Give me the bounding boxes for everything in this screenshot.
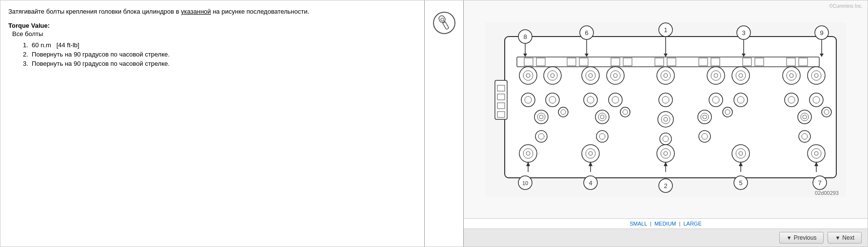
diagram-container: 8 6 1 3 9	[467, 3, 865, 215]
svg-point-104	[785, 93, 798, 107]
intro-text: Затягивайте болты крепления головки блок…	[8, 7, 416, 16]
svg-point-115	[596, 131, 608, 142]
svg-text:1: 1	[664, 26, 667, 34]
previous-button[interactable]: ▼ Previous	[779, 232, 824, 244]
svg-point-108	[798, 110, 811, 124]
svg-point-79	[558, 107, 568, 117]
svg-point-99	[698, 110, 711, 124]
svg-point-45	[519, 67, 537, 84]
svg-text:6: 6	[585, 29, 588, 37]
image-area: ©Cummins Inc. 8 6	[464, 0, 868, 218]
nav-bar: ▼ Previous ▼ Next	[464, 228, 868, 247]
svg-text:9: 9	[820, 29, 823, 37]
next-button[interactable]: ▼ Next	[828, 232, 862, 244]
svg-point-63	[732, 67, 750, 84]
svg-point-48	[544, 67, 561, 84]
svg-point-69	[808, 67, 825, 84]
svg-point-95	[709, 93, 723, 107]
svg-text:7: 7	[818, 179, 821, 187]
copyright-text: ©Cummins Inc.	[829, 3, 863, 9]
svg-point-51	[582, 67, 599, 84]
text-panel: Затягивайте болты крепления головки блок…	[0, 0, 425, 247]
tool-icon	[433, 11, 456, 35]
svg-point-123	[519, 145, 537, 162]
svg-text:3: 3	[742, 29, 745, 37]
torque-label: Torque Value:	[8, 22, 416, 29]
next-label: Next	[842, 234, 854, 241]
svg-point-132	[732, 145, 750, 162]
size-medium-link[interactable]: MEDIUM	[654, 221, 676, 227]
svg-point-57	[657, 67, 674, 84]
svg-point-2	[440, 18, 444, 21]
svg-point-81	[584, 93, 597, 107]
svg-point-66	[783, 67, 800, 84]
svg-text:4: 4	[589, 179, 592, 187]
svg-point-121	[799, 131, 810, 142]
image-panel: ©Cummins Inc. 8 6	[464, 0, 868, 247]
sep1: |	[650, 221, 651, 227]
svg-point-113	[535, 131, 547, 142]
svg-point-88	[620, 107, 630, 117]
main-container: Затягивайте болты крепления головки блок…	[0, 0, 868, 247]
previous-label: Previous	[794, 234, 817, 241]
step-2: 2. Повернуть на 90 градусов по часовой с…	[23, 51, 416, 58]
size-small-link[interactable]: SMALL	[630, 221, 647, 227]
svg-point-97	[734, 93, 748, 107]
svg-point-92	[658, 112, 673, 127]
step-1: 1. 60 n.m [44 ft-lb]	[23, 41, 416, 49]
bolts-label: Все болты	[8, 30, 416, 38]
svg-text:8: 8	[523, 33, 527, 40]
previous-icon: ▼	[787, 235, 792, 241]
icon-panel	[425, 0, 464, 247]
svg-point-102	[723, 107, 732, 117]
svg-text:2: 2	[664, 182, 667, 190]
step-3: 3. Повернуть на 90 градусов по часовой с…	[23, 60, 416, 67]
size-large-link[interactable]: LARGE	[683, 221, 701, 227]
svg-point-129	[657, 145, 674, 162]
highlighted-word: указанной	[181, 8, 211, 15]
svg-point-135	[808, 145, 825, 162]
size-links-bar: SMALL | MEDIUM | LARGE	[464, 218, 868, 228]
svg-point-0	[434, 12, 455, 34]
engine-diagram: 8 6 1 3 9	[485, 22, 846, 197]
svg-point-60	[707, 67, 725, 84]
svg-point-90	[659, 93, 672, 107]
svg-point-85	[595, 110, 609, 124]
svg-point-126	[582, 145, 599, 162]
svg-point-117	[660, 133, 671, 145]
svg-point-54	[607, 67, 624, 84]
svg-point-83	[609, 93, 622, 107]
svg-point-106	[809, 93, 823, 107]
svg-point-72	[521, 93, 535, 107]
svg-text:5: 5	[739, 179, 742, 187]
svg-point-111	[822, 107, 831, 117]
svg-point-76	[534, 110, 548, 124]
svg-text:10: 10	[522, 180, 528, 186]
next-icon: ▼	[835, 235, 840, 241]
svg-point-74	[546, 93, 559, 107]
svg-text:02d00293: 02d00293	[815, 190, 839, 196]
svg-point-119	[699, 131, 710, 142]
sep2: |	[679, 221, 681, 227]
